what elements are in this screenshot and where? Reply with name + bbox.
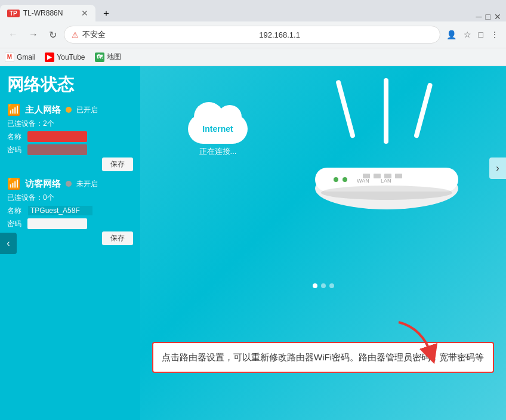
main-name-row: 名称	[7, 131, 133, 142]
dot-1	[313, 283, 317, 288]
guest-password-input[interactable]	[27, 218, 87, 229]
cloud-container: Internet 正在连接...	[188, 114, 248, 144]
back-button[interactable]: ←	[5, 27, 21, 42]
guest-name-row: 名称	[7, 205, 133, 216]
close-button[interactable]: ✕	[494, 12, 501, 21]
guest-password-label: 密码	[7, 219, 24, 229]
bookmarks-bar: M Gmail ▶ YouTube 🗺 地图	[0, 48, 506, 66]
annotation-box: 点击路由器设置，可以重新修改路由器WiFi密码。路由器管理员密码，宽带密码等	[152, 342, 494, 373]
svg-rect-11	[384, 174, 391, 178]
guest-status-dot	[66, 181, 72, 187]
wifi-icon: 📶	[7, 103, 20, 116]
main-save-button[interactable]: 保存	[102, 158, 133, 171]
security-icon: ⚠	[72, 30, 79, 39]
extension-button[interactable]: □	[476, 27, 486, 42]
page-content: 网络状态 📶 主人网络 已开启 已连设备：2个 名称 密码 保存 📶	[0, 66, 506, 420]
nav-icons: 👤 ☆ □ ⋮	[444, 27, 501, 42]
gmail-icon: M	[5, 52, 14, 62]
svg-point-13	[321, 186, 452, 200]
cloud-shape: Internet	[188, 114, 248, 144]
left-panel: 网络状态 📶 主人网络 已开启 已连设备：2个 名称 密码 保存 📶	[0, 66, 140, 420]
guest-save-button[interactable]: 保存	[102, 231, 133, 245]
svg-point-6	[343, 177, 347, 182]
main-device-count: 已连设备：2个	[7, 119, 133, 129]
carousel-dots	[313, 283, 334, 288]
reload-button[interactable]: ↻	[45, 27, 60, 43]
red-arrow	[393, 316, 440, 364]
plus-icon: ＋	[101, 7, 111, 20]
minimize-button[interactable]: ─	[476, 12, 482, 21]
gmail-label: Gmail	[17, 53, 35, 61]
main-name-input[interactable]	[27, 131, 87, 142]
router-image: WAN LAN	[303, 78, 470, 233]
bookmark-maps[interactable]: 🗺 地图	[95, 52, 121, 62]
router-display: Internet 正在连接... WAN	[140, 66, 506, 293]
carousel-right-arrow[interactable]: ›	[489, 158, 506, 179]
svg-point-5	[334, 177, 338, 182]
guest-status-text: 未开启	[76, 179, 98, 189]
guest-wifi-icon: 📶	[7, 177, 20, 190]
guest-network-section: 📶 访客网络 未开启 已连设备：0个 名称 密码 保存	[7, 177, 133, 245]
name-label: 名称	[7, 132, 24, 142]
main-network-section: 📶 主人网络 已开启 已连设备：2个 名称 密码 保存	[7, 103, 133, 171]
svg-rect-1	[384, 78, 388, 144]
status-dot-on	[66, 107, 72, 113]
youtube-label: YouTube	[57, 53, 85, 61]
tab-close-button[interactable]: ✕	[81, 8, 88, 18]
active-tab[interactable]: TP TL-WR886N ✕	[0, 5, 95, 21]
tab-title: TL-WR886N	[23, 9, 63, 17]
browser-chrome: TP TL-WR886N ✕ ＋ ─ □ ✕ ← → ↻ ⚠ 不安全 192.1…	[0, 0, 506, 66]
svg-rect-12	[395, 174, 402, 178]
svg-rect-0	[335, 79, 356, 138]
dot-2	[321, 283, 326, 288]
tab-bar: TP TL-WR886N ✕ ＋ ─ □ ✕	[0, 0, 506, 21]
main-network-header: 📶 主人网络 已开启	[7, 103, 133, 116]
main-password-row: 密码	[7, 144, 133, 155]
svg-rect-10	[374, 174, 381, 178]
router-svg: WAN LAN	[303, 78, 470, 233]
carousel-left-arrow[interactable]: ‹	[0, 233, 17, 254]
connecting-text: 正在连接...	[199, 146, 237, 157]
guest-device-count: 已连设备：0个	[7, 193, 133, 203]
guest-name-input[interactable]	[27, 205, 93, 216]
maps-icon: 🗺	[95, 52, 104, 62]
bookmark-gmail[interactable]: M Gmail	[5, 52, 35, 62]
menu-button[interactable]: ⋮	[488, 27, 501, 42]
nav-bar: ← → ↻ ⚠ 不安全 192.168.1.1 👤 ☆ □ ⋮	[0, 21, 506, 48]
main-network-label: 主人网络	[25, 104, 61, 116]
guest-network-header: 📶 访客网络 未开启	[7, 177, 133, 190]
main-area: Internet 正在连接... WAN	[140, 66, 506, 420]
page-title: 网络状态	[7, 73, 133, 96]
main-password-input[interactable]	[27, 144, 87, 155]
guest-password-row: 密码	[7, 218, 133, 229]
main-status-text: 已开启	[76, 105, 98, 115]
guest-name-label: 名称	[7, 206, 24, 216]
address-text: 192.168.1.1	[259, 30, 432, 39]
svg-text:LAN: LAN	[381, 178, 391, 184]
dot-3	[329, 283, 334, 288]
password-label: 密码	[7, 145, 24, 155]
guest-network-label: 访客网络	[25, 178, 61, 190]
cloud-label: Internet	[202, 124, 233, 134]
maps-label: 地图	[107, 52, 121, 62]
new-tab-button[interactable]: ＋	[95, 5, 117, 21]
bookmark-youtube[interactable]: ▶ YouTube	[45, 52, 85, 62]
maximize-button[interactable]: □	[486, 12, 490, 21]
youtube-icon: ▶	[45, 52, 54, 62]
forward-button[interactable]: →	[25, 27, 42, 42]
svg-rect-9	[363, 174, 370, 178]
svg-rect-2	[414, 82, 433, 138]
svg-text:WAN: WAN	[357, 178, 369, 184]
address-bar[interactable]: ⚠ 不安全 192.168.1.1	[64, 26, 440, 44]
bookmark-star-button[interactable]: ☆	[461, 27, 474, 42]
security-label: 不安全	[82, 29, 255, 40]
account-icon-btn[interactable]: 👤	[444, 27, 459, 42]
